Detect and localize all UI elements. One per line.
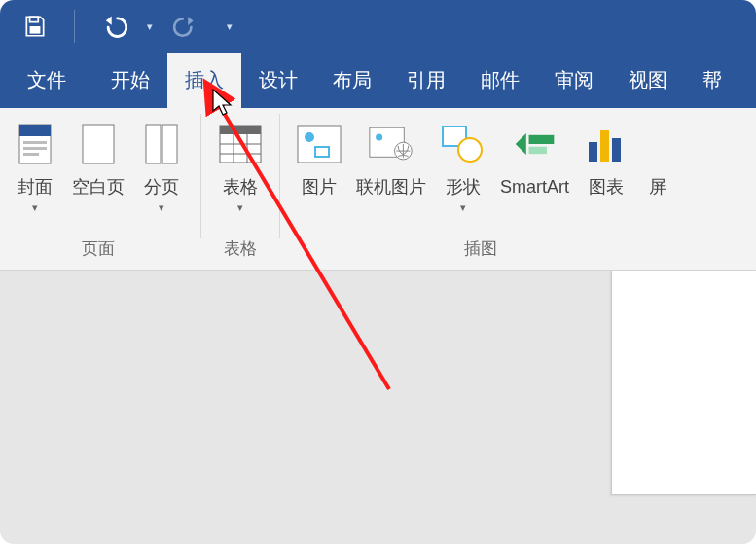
shapes-icon [441,122,486,166]
ribbon-tabs: 文件 开始 插入 设计 布局 引用 邮件 审阅 视图 帮 [0,53,756,108]
group-separator [279,114,280,238]
online-picture-label: 联机图片 [356,176,426,198]
table-label: 表格 [223,176,258,198]
svg-marker-25 [515,133,525,155]
group-label-tables: 表格 [224,235,257,264]
svg-rect-11 [220,126,261,134]
tab-review[interactable]: 审阅 [537,53,611,108]
svg-rect-19 [316,148,328,156]
screenshot-button-partial[interactable]: 屏 [637,110,672,198]
blank-page-icon [76,122,121,166]
svg-rect-27 [528,147,546,154]
cover-page-label: 封面 [18,176,53,198]
svg-rect-30 [612,138,621,162]
dropdown-arrow-icon: ▾ [159,201,164,214]
svg-rect-5 [23,147,47,150]
tab-layout[interactable]: 布局 [315,53,389,108]
page-break-icon [139,122,184,166]
dropdown-arrow-icon: ▾ [32,201,38,214]
svg-rect-9 [162,125,177,163]
dropdown-arrow-icon: ▾ [460,201,466,214]
svg-point-17 [305,132,314,142]
tab-design[interactable]: 设计 [241,53,315,108]
cover-page-button[interactable]: 封面 ▾ [4,110,66,214]
document-page[interactable] [611,271,756,495]
svg-rect-4 [23,141,47,144]
save-icon[interactable] [21,13,49,40]
group-tables: 表格 ▾ 表格 [205,108,275,270]
customize-qat-icon[interactable]: ▾ [227,20,233,33]
tab-help-partial[interactable]: 帮 [685,53,739,108]
svg-point-24 [458,138,482,162]
svg-rect-28 [589,142,597,162]
shapes-label: 形状 [446,176,481,198]
group-label-pages: 页面 [82,235,115,264]
group-pages: 封面 ▾ 空白页 分页 ▾ 页面 [0,108,197,270]
group-label-illustrations: 插图 [464,235,497,264]
blank-page-button[interactable]: 空白页 [66,110,130,198]
qat-divider [74,10,75,43]
smartart-label: SmartArt [500,176,569,198]
tab-file[interactable]: 文件 [0,53,93,108]
tab-view[interactable]: 视图 [611,53,685,108]
picture-button[interactable]: 图片 [288,110,350,198]
picture-icon [297,122,342,166]
svg-rect-0 [30,17,39,21]
picture-label: 图片 [302,176,337,198]
table-icon [218,122,263,166]
svg-rect-6 [23,153,39,156]
blank-page-label: 空白页 [72,176,125,198]
shapes-button[interactable]: 形状 ▾ [432,110,494,214]
svg-rect-8 [146,125,161,163]
svg-rect-7 [83,125,114,163]
quick-access-toolbar: ▾ ▾ [0,0,756,53]
chart-label: 图表 [589,176,624,198]
group-illustrations: 图片 联机图片 形状 ▾ [284,108,676,270]
undo-dropdown-icon[interactable]: ▾ [147,20,153,33]
page-break-label: 分页 [144,176,179,198]
ribbon: 封面 ▾ 空白页 分页 ▾ 页面 [0,108,756,271]
screenshot-icon [647,122,668,166]
smartart-button[interactable]: SmartArt [494,110,575,198]
dropdown-arrow-icon: ▾ [237,201,243,214]
svg-rect-1 [30,26,41,34]
online-picture-icon [369,122,414,166]
table-button[interactable]: 表格 ▾ [209,110,271,214]
tab-insert[interactable]: 插入 [167,53,241,108]
redo-icon[interactable] [172,13,199,40]
group-separator [200,114,201,238]
tab-home[interactable]: 开始 [93,53,167,108]
cover-page-icon [13,122,57,166]
chart-icon [584,122,629,166]
svg-rect-3 [19,125,51,136]
svg-rect-29 [600,130,609,162]
document-area [0,271,756,544]
smartart-icon [513,122,558,166]
screenshot-label: 屏 [649,176,666,198]
online-picture-button[interactable]: 联机图片 [350,110,432,198]
tab-references[interactable]: 引用 [389,53,463,108]
svg-rect-26 [528,135,554,144]
page-break-button[interactable]: 分页 ▾ [130,110,193,214]
chart-button[interactable]: 图表 [575,110,637,198]
svg-point-21 [376,133,382,140]
undo-icon[interactable] [100,13,127,40]
tab-mailings[interactable]: 邮件 [463,53,537,108]
